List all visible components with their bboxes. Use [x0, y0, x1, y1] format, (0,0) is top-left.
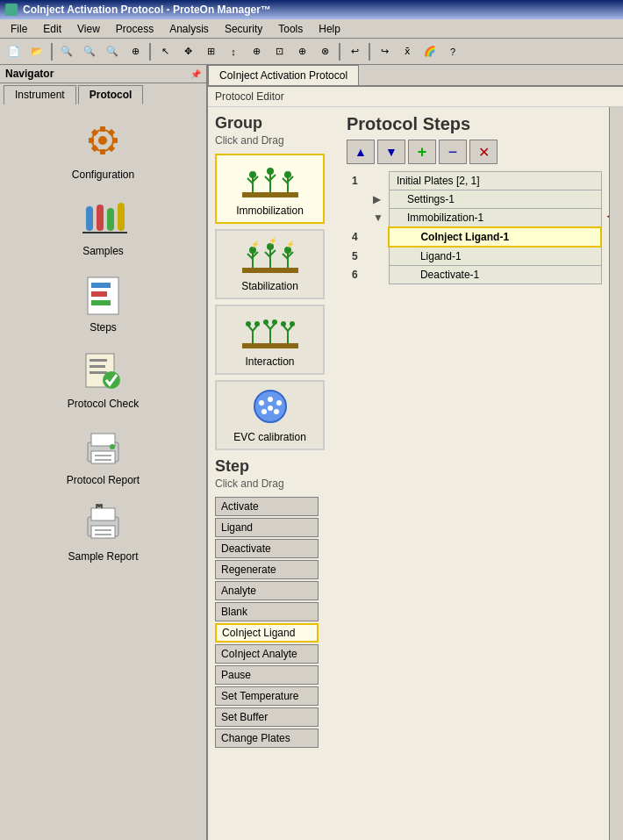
svg-point-82 — [268, 397, 273, 402]
table-row: 5 Ligand-1 — [347, 247, 601, 266]
group-card-immobilization[interactable]: Immobilization — [215, 154, 325, 224]
svg-point-83 — [276, 400, 282, 406]
nav-tab-protocol[interactable]: Protocol — [78, 85, 144, 104]
step-change-plates[interactable]: Change Plates — [215, 729, 319, 748]
right-column: ◀ Protocol Steps ▲ ▼ + − ✕ 1 Ini — [340, 107, 609, 840]
group-card-immobilization-label: Immobilization — [236, 205, 304, 217]
svg-point-86 — [268, 406, 273, 411]
svg-rect-28 — [95, 459, 111, 461]
toolbar-arrange[interactable]: ⊞ — [200, 42, 221, 61]
toolbar-search1[interactable]: 🔍 — [56, 42, 77, 61]
step-pause[interactable]: Pause — [215, 665, 319, 685]
toolbar-zoom2[interactable]: ⊗ — [314, 42, 335, 61]
row-num-6: 6 — [347, 266, 368, 284]
step-deactivate[interactable]: Deactivate — [215, 539, 319, 558]
steps-toolbar: ▲ ▼ + − ✕ — [347, 140, 602, 164]
row-expand-4 — [368, 227, 389, 247]
step-blank[interactable]: Blank — [215, 602, 319, 621]
row-content-settings[interactable]: Settings-1 — [389, 190, 601, 209]
steps-add-btn[interactable]: + — [408, 140, 436, 164]
nav-item-sample-report[interactable]: Sample Report — [33, 497, 174, 566]
svg-rect-32 — [91, 526, 115, 538]
table-row: ▼ Immobilization-1 — [347, 209, 601, 228]
menu-analysis[interactable]: Analysis — [162, 21, 216, 37]
toolbar-color[interactable]: 🌈 — [419, 42, 440, 61]
toolbar-fit[interactable]: ⊡ — [269, 42, 290, 61]
toolbar-cursor[interactable]: ↖ — [154, 42, 175, 61]
steps-down-btn[interactable]: ▼ — [377, 140, 405, 164]
sample-report-label: Sample Report — [68, 550, 138, 563]
step-coinject-ligand[interactable]: CoInject Ligand — [215, 623, 319, 643]
step-coinject-analyte[interactable]: CoInject Analyte — [215, 644, 319, 664]
steps-remove-btn[interactable]: − — [439, 140, 467, 164]
step-ligand[interactable]: Ligand — [215, 518, 319, 537]
group-card-stabilization[interactable]: ⚡ ⚡ ⚡ Stabilization — [215, 229, 325, 299]
menu-process[interactable]: Process — [109, 21, 161, 37]
toolbar-zoom1[interactable]: ⊕ — [291, 42, 312, 61]
content-tab-main[interactable]: CoInject Activation Protocol — [208, 65, 359, 85]
menu-bar: File Edit View Process Analysis Security… — [0, 19, 623, 39]
group-card-interaction[interactable]: Interaction — [215, 305, 325, 375]
steps-up-btn[interactable]: ▲ — [347, 140, 375, 164]
svg-rect-18 — [91, 300, 111, 305]
pin-icon[interactable]: 📌 — [190, 69, 201, 79]
svg-rect-64 — [242, 343, 298, 348]
svg-rect-6 — [91, 128, 98, 135]
row-expand-settings[interactable]: ▶ — [368, 190, 389, 209]
title-bar: CoInject Activation Protocol - ProteOn M… — [0, 0, 623, 19]
toolbar-open[interactable]: 📂 — [26, 42, 47, 61]
group-card-evc[interactable]: EVC calibration — [215, 380, 325, 450]
steps-delete-btn[interactable]: ✕ — [469, 140, 498, 164]
row-content-immobilization[interactable]: Immobilization-1 — [389, 209, 601, 228]
menu-view[interactable]: View — [70, 21, 107, 37]
menu-file[interactable]: File — [4, 21, 34, 37]
svg-rect-20 — [90, 359, 107, 362]
step-set-buffer[interactable]: Set Buffer — [215, 707, 319, 727]
nav-item-samples[interactable]: Samples — [33, 191, 174, 261]
step-analyte[interactable]: Analyte — [215, 581, 319, 600]
content-tabs: CoInject Activation Protocol — [208, 65, 623, 87]
nav-tab-instrument[interactable]: Instrument — [4, 85, 76, 104]
protocol-check-icon — [77, 348, 130, 396]
protocol-steps-title: Protocol Steps — [347, 114, 602, 134]
toolbar-undo[interactable]: ↩ — [344, 42, 365, 61]
svg-point-29 — [110, 444, 115, 449]
toolbar-redo[interactable]: ↪ — [374, 42, 395, 61]
toolbar-help[interactable]: ? — [442, 42, 463, 61]
svg-rect-33 — [95, 529, 111, 531]
toolbar-overline[interactable]: x̄ — [397, 42, 418, 61]
table-row: 4 CoInject Ligand-1 — [347, 227, 601, 247]
toolbar-search4[interactable]: ⊕ — [125, 42, 146, 61]
step-section-subtitle: Click and Drag — [215, 477, 333, 490]
nav-item-steps[interactable]: Steps — [33, 268, 174, 337]
row-expand-immobilization[interactable]: ▼ — [368, 209, 389, 228]
toolbar-target[interactable]: ⊕ — [246, 42, 267, 61]
step-set-temperature[interactable]: Set Temperature — [215, 686, 319, 706]
nav-item-protocol-check[interactable]: Protocol Check — [33, 344, 174, 413]
svg-rect-11 — [97, 205, 104, 231]
menu-security[interactable]: Security — [218, 21, 269, 37]
toolbar-new[interactable]: 📄 — [4, 42, 25, 61]
step-regenerate[interactable]: Regenerate — [215, 560, 319, 579]
navigator-panel: Navigator 📌 Instrument Protocol — [0, 65, 208, 840]
svg-rect-13 — [118, 203, 125, 231]
nav-item-configuration[interactable]: Configuration — [33, 115, 174, 184]
row-content-initial-plates[interactable]: Initial Plates [2, 1] — [389, 172, 601, 190]
row-num-5: 5 — [347, 247, 368, 266]
row-content-deactivate[interactable]: Deactivate-1 — [389, 266, 601, 284]
menu-edit[interactable]: Edit — [36, 21, 68, 37]
samples-label: Samples — [82, 245, 124, 257]
right-scrollbar[interactable] — [609, 107, 623, 840]
nav-item-protocol-report[interactable]: Protocol Report — [33, 420, 174, 490]
row-content-coinject-ligand[interactable]: CoInject Ligand-1 — [389, 227, 601, 247]
toolbar-search3[interactable]: 🔍 — [102, 42, 123, 61]
toolbar-search2[interactable]: 🔍 — [79, 42, 100, 61]
menu-tools[interactable]: Tools — [271, 21, 310, 37]
menu-help[interactable]: Help — [312, 21, 347, 37]
protocol-check-label: Protocol Check — [68, 398, 139, 410]
row-content-ligand[interactable]: Ligand-1 — [389, 247, 601, 266]
toolbar-measure[interactable]: ↕ — [223, 42, 244, 61]
svg-point-1 — [98, 136, 107, 145]
toolbar-move[interactable]: ✥ — [177, 42, 198, 61]
step-activate[interactable]: Activate — [215, 497, 319, 516]
